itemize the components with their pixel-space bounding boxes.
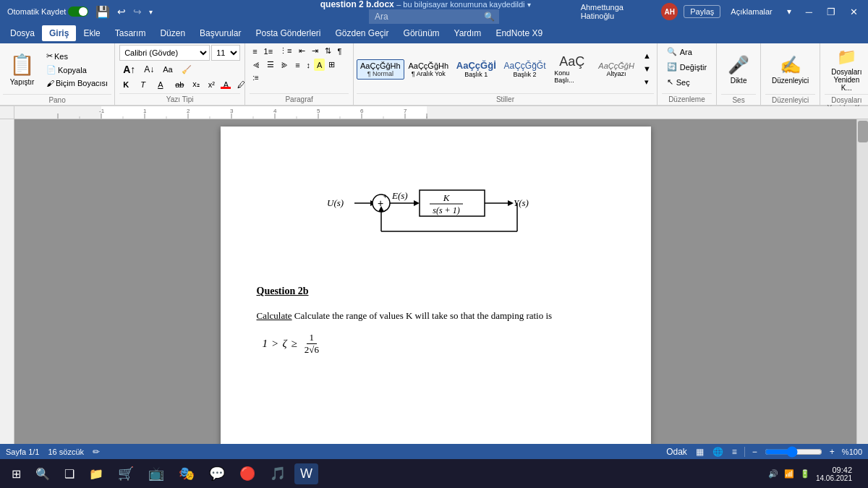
find-button[interactable]: 🔍 Ara <box>662 45 712 59</box>
save-status-dropdown[interactable]: ▾ <box>527 1 531 9</box>
subscript-button[interactable]: x₂ <box>189 78 203 90</box>
strikethrough-button[interactable]: ab <box>171 79 187 90</box>
underline-button[interactable]: A <box>154 79 170 90</box>
style-subtitle[interactable]: AaÇçĞğH Altyazı <box>595 59 638 80</box>
taskbar-app5[interactable]: 🔴 <box>234 463 261 484</box>
font-color-button[interactable]: A <box>220 79 232 90</box>
taskview-button[interactable]: ❑ <box>59 464 80 484</box>
bold-button[interactable]: K <box>119 79 135 90</box>
restore-button[interactable]: ❐ <box>822 5 840 19</box>
indent-level-button[interactable]: :≡ <box>250 72 262 83</box>
zoom-in-button[interactable]: + <box>828 447 836 457</box>
svg-text:2: 2 <box>187 108 190 114</box>
zoom-level: %100 <box>842 448 862 456</box>
borders-button[interactable]: ⊞ <box>326 59 338 71</box>
dosyalar-button[interactable]: 📁 Dosyaları Yeniden K... <box>825 45 868 94</box>
editor-button[interactable]: ✍ Düzenleyici <box>765 45 815 94</box>
taskbar-app1[interactable]: 🛒 <box>112 463 140 484</box>
zoom-out-button[interactable]: − <box>751 447 759 457</box>
svg-text:-1: -1 <box>99 108 105 114</box>
cut-button[interactable]: ✂ Kes <box>43 50 111 62</box>
yazı-tipi-label: Yazı Tipi <box>119 93 240 103</box>
share-button[interactable]: Paylaş <box>684 5 720 18</box>
menu-ekle[interactable]: Ekle <box>76 25 107 41</box>
decrease-indent-button[interactable]: ⇤ <box>296 45 308 57</box>
autosave-toggle[interactable]: Otomatik Kaydet <box>6 5 90 18</box>
align-center-button[interactable]: ☰ <box>264 59 277 71</box>
menu-basvurular[interactable]: Başvurular <box>192 25 248 41</box>
clear-format-button[interactable]: 🧹 <box>178 64 195 76</box>
taskbar-app4[interactable]: 💬 <box>203 463 231 484</box>
outline-view-button[interactable]: ≡ <box>731 447 739 457</box>
copy-button[interactable]: 📄 Kopyala <box>43 64 111 76</box>
ribbon-display-btn[interactable]: ▾ <box>783 5 796 18</box>
menu-gozden[interactable]: Gözden Geçir <box>328 25 396 41</box>
minimize-button[interactable]: ─ <box>801 5 817 19</box>
multilevel-button[interactable]: ⋮≡ <box>276 45 294 57</box>
superscript-button[interactable]: x² <box>205 79 218 90</box>
menu-endnote[interactable]: EndNote X9 <box>488 25 550 41</box>
svg-rect-1 <box>101 106 427 119</box>
document-scroll-area[interactable]: U(s) + + E(s) K <box>14 119 856 444</box>
word-taskbar-button[interactable]: W <box>294 463 318 484</box>
scrollbar[interactable] <box>856 119 868 444</box>
grow-font-button[interactable]: A↑ <box>119 62 139 77</box>
align-left-button[interactable]: ⫷ <box>250 59 263 71</box>
replace-button[interactable]: 🔄 Değiştir <box>662 60 712 74</box>
show-marks-button[interactable]: ¶ <box>335 45 345 57</box>
autosave-label: Otomatik Kaydet <box>7 7 66 16</box>
sort-button[interactable]: ⇅ <box>322 45 334 57</box>
font-family-select[interactable]: Calibri (Gövde) <box>119 45 210 61</box>
style-no-spacing[interactable]: AaÇçĞğHh ¶ Aralık Yok <box>405 59 452 80</box>
editor-group: ✍ Düzenleyici Düzenleyici <box>761 43 820 105</box>
taskbar-app6[interactable]: 🎵 <box>264 463 292 484</box>
close-button[interactable]: ✕ <box>846 5 862 19</box>
font-size-select[interactable]: 11 <box>211 45 240 61</box>
style-title[interactable]: AaÇ Konu Başlı... <box>550 52 594 86</box>
menu-yardim[interactable]: Yardım <box>447 25 489 41</box>
undo-button[interactable]: ↩ <box>116 4 127 19</box>
style-heading2[interactable]: AaÇçĞğĞt Başlık 2 <box>501 59 550 80</box>
web-layout-button[interactable]: 🌐 <box>711 447 725 457</box>
menu-duzen[interactable]: Düzen <box>153 25 192 41</box>
document-filename: question 2 b.docx <box>320 0 394 9</box>
print-layout-button[interactable]: ▦ <box>694 447 705 457</box>
taskbar-app2[interactable]: 📺 <box>142 463 170 484</box>
taskbar-app3[interactable]: 🎭 <box>173 463 200 484</box>
line-spacing-button[interactable]: ↕ <box>304 59 314 71</box>
styles-scroll-up[interactable]: ▲ <box>640 50 654 61</box>
numbering-button[interactable]: 1≡ <box>261 45 276 57</box>
style-heading1[interactable]: AaÇçĞğİ Başlık 1 <box>453 58 500 80</box>
quick-access-dropdown[interactable]: ▾ <box>148 7 154 17</box>
menu-posta[interactable]: Posta Gönderleri <box>248 25 328 41</box>
redo-button[interactable]: ↪ <box>132 4 143 19</box>
shading-button[interactable]: A <box>314 59 325 71</box>
title-search-input[interactable] <box>369 9 499 24</box>
menu-dosya[interactable]: Dosya <box>3 25 42 41</box>
select-button[interactable]: ↖ Seç <box>662 75 712 89</box>
align-right-button[interactable]: ⫸ <box>278 59 292 71</box>
styles-scroll-down[interactable]: ▼ <box>640 63 654 74</box>
paste-button[interactable]: 📋 Yapıştır <box>3 45 41 94</box>
bullets-button[interactable]: ≡ <box>250 45 260 57</box>
dictate-button[interactable]: 🎤 Dikte <box>721 45 756 94</box>
save-button[interactable]: 💾 <box>94 4 111 20</box>
file-explorer-button[interactable]: 📁 <box>83 464 109 484</box>
menu-gorunum[interactable]: Görünüm <box>396 25 447 41</box>
format-painter-button[interactable]: 🖌 Biçim Boyacısı <box>43 77 111 89</box>
start-button[interactable]: ⊞ <box>6 464 27 484</box>
shrink-font-button[interactable]: A↓ <box>140 63 158 76</box>
italic-button[interactable]: T <box>137 79 153 90</box>
comments-button[interactable]: Açıklamalar <box>726 6 776 17</box>
menu-giris[interactable]: Giriş <box>42 25 76 41</box>
change-case-button[interactable]: Aa <box>159 64 176 75</box>
search-button[interactable]: 🔍 <box>30 464 56 484</box>
justify-button[interactable]: ≡ <box>292 59 302 71</box>
increase-indent-button[interactable]: ⇥ <box>309 45 321 57</box>
menu-tasarim[interactable]: Tasarım <box>108 25 153 41</box>
zoom-slider[interactable] <box>765 446 822 458</box>
focus-view-button[interactable]: Odak <box>665 447 689 457</box>
time-display: 09:42 <box>832 466 852 474</box>
styles-expand[interactable]: ▾ <box>640 76 654 88</box>
style-normal[interactable]: AaÇçĞğHh ¶ Normal <box>357 59 404 80</box>
